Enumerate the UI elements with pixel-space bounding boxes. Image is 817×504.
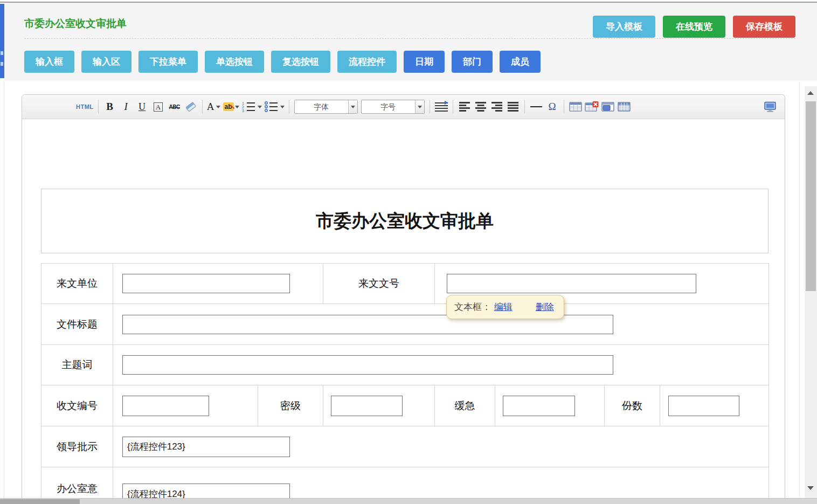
delete-table-icon bbox=[585, 101, 599, 112]
leader-comments-cell bbox=[113, 426, 769, 467]
underline-icon: U bbox=[139, 101, 146, 113]
character-border-button[interactable]: A bbox=[151, 100, 165, 114]
bold-icon: B bbox=[106, 101, 113, 113]
widget-button-radio[interactable]: 单选按钮 bbox=[205, 51, 264, 73]
special-character-button[interactable]: Ω bbox=[545, 100, 559, 114]
dashed-divider bbox=[24, 38, 795, 39]
vertical-scrollbar[interactable] bbox=[805, 86, 817, 499]
unordered-list-icon bbox=[264, 101, 278, 113]
highlight-color-button[interactable]: ab bbox=[223, 100, 239, 114]
toolbar-separator bbox=[524, 100, 525, 114]
ordered-list-icon: 1 2 3 bbox=[241, 101, 255, 113]
italic-button[interactable]: I bbox=[119, 100, 133, 114]
table-row: 主题词 bbox=[41, 345, 769, 385]
font-size-value: 字号 bbox=[362, 100, 415, 113]
align-right-icon bbox=[491, 101, 503, 113]
source-unit-input[interactable] bbox=[122, 274, 290, 293]
align-left-button[interactable] bbox=[458, 100, 472, 114]
app-window: 市委办公室收文审批单 导入模板 在线预览 保存模板 输入框 输入区 下拉菜单 单… bbox=[0, 0, 817, 504]
monitor-icon bbox=[763, 101, 777, 113]
copies-cell bbox=[660, 385, 769, 426]
copies-label: 份数 bbox=[605, 385, 660, 426]
html-source-icon: HTML bbox=[76, 103, 94, 110]
chevron-down-icon bbox=[258, 106, 262, 108]
page-right-border bbox=[799, 81, 800, 499]
font-color-icon: A bbox=[207, 101, 214, 113]
align-right-button[interactable] bbox=[490, 100, 504, 114]
remove-format-button[interactable] bbox=[184, 100, 198, 114]
copies-input[interactable] bbox=[668, 396, 739, 416]
urgency-label: 缓急 bbox=[435, 385, 495, 426]
editor-panel: HTML B I U A ABC bbox=[22, 94, 785, 504]
underline-button[interactable]: U bbox=[135, 100, 149, 114]
toolbar-separator bbox=[453, 100, 453, 114]
table-icon bbox=[569, 101, 582, 112]
import-template-button[interactable]: 导入模板 bbox=[593, 16, 655, 38]
font-size-select[interactable]: 字号 bbox=[361, 100, 425, 114]
online-preview-button[interactable]: 在线预览 bbox=[663, 16, 725, 38]
edit-control-link[interactable]: 编辑 bbox=[494, 301, 513, 313]
save-template-button[interactable]: 保存模板 bbox=[733, 16, 795, 38]
align-center-button[interactable] bbox=[474, 100, 488, 114]
source-docnumber-input[interactable] bbox=[447, 274, 696, 293]
secrecy-level-input[interactable] bbox=[331, 396, 403, 416]
horizontal-scrollbar[interactable] bbox=[0, 498, 817, 504]
widget-button-input-box[interactable]: 输入框 bbox=[24, 51, 74, 73]
font-family-value: 字体 bbox=[295, 100, 348, 113]
delete-table-button[interactable] bbox=[585, 100, 599, 114]
urgency-cell bbox=[495, 385, 605, 426]
widget-button-member[interactable]: 成员 bbox=[500, 51, 541, 73]
bold-button[interactable]: B bbox=[103, 100, 117, 114]
fullscreen-button[interactable] bbox=[763, 100, 777, 114]
page-title: 市委办公室收文审批单 bbox=[24, 17, 127, 31]
strikethrough-button[interactable]: ABC bbox=[168, 100, 182, 114]
unordered-list-button[interactable] bbox=[264, 100, 285, 114]
receipt-number-input[interactable] bbox=[122, 396, 209, 416]
scroll-down-arrow-icon[interactable] bbox=[807, 486, 814, 490]
chevron-down-icon[interactable] bbox=[348, 100, 357, 113]
ordered-list-button[interactable]: 1 2 3 bbox=[241, 100, 262, 114]
receipt-number-cell bbox=[113, 385, 258, 426]
widget-button-date[interactable]: 日期 bbox=[404, 51, 445, 73]
secrecy-level-label: 密级 bbox=[258, 385, 323, 426]
urgency-input[interactable] bbox=[503, 396, 575, 416]
horizontal-rule-button[interactable] bbox=[529, 100, 543, 114]
align-justify-button[interactable] bbox=[506, 100, 520, 114]
chevron-down-icon bbox=[235, 106, 239, 108]
source-code-button[interactable]: HTML bbox=[76, 100, 94, 114]
widget-button-department[interactable]: 部门 bbox=[452, 51, 493, 73]
subject-words-label: 主题词 bbox=[41, 345, 113, 385]
align-center-icon bbox=[475, 101, 487, 113]
merge-cells-button[interactable] bbox=[601, 100, 615, 114]
font-family-select[interactable]: 字体 bbox=[294, 100, 358, 114]
table-row: 收文编号 密级 缓急 份数 bbox=[41, 385, 769, 426]
widget-button-dropdown[interactable]: 下拉菜单 bbox=[139, 51, 198, 73]
table-row: 来文单位 来文文号 bbox=[41, 264, 769, 304]
widget-button-flow-control[interactable]: 流程控件 bbox=[337, 51, 397, 73]
subject-words-cell bbox=[113, 345, 769, 385]
vertical-scrollbar-thumb[interactable] bbox=[806, 101, 816, 291]
italic-icon: I bbox=[124, 101, 127, 113]
subject-words-input[interactable] bbox=[122, 355, 613, 375]
character-border-icon: A bbox=[154, 102, 163, 112]
indent-icon bbox=[434, 101, 448, 113]
secrecy-level-cell bbox=[323, 385, 435, 426]
leader-comments-flow-input[interactable] bbox=[122, 437, 290, 457]
document-title-cell bbox=[113, 304, 769, 345]
indent-button[interactable] bbox=[434, 100, 448, 114]
delete-control-link[interactable]: 删除 bbox=[536, 301, 554, 313]
widget-button-input-area[interactable]: 输入区 bbox=[81, 51, 131, 73]
horizontal-rule-icon bbox=[530, 106, 542, 107]
approval-form-table: 来文单位 来文文号 文件标题 主题词 bbox=[41, 263, 769, 504]
toolbar-separator bbox=[202, 100, 203, 114]
document-title: 市委办公室收文审批单 bbox=[316, 209, 494, 233]
table-properties-button[interactable] bbox=[617, 100, 631, 114]
font-color-button[interactable]: A bbox=[207, 100, 221, 114]
editor-content[interactable]: 市委办公室收文审批单 来文单位 来文文号 bbox=[22, 119, 785, 504]
chevron-down-icon[interactable] bbox=[415, 100, 424, 113]
insert-table-button[interactable] bbox=[569, 100, 583, 114]
horizontal-scrollbar-thumb[interactable] bbox=[0, 499, 80, 504]
widget-button-checkbox[interactable]: 复选按钮 bbox=[271, 51, 330, 73]
scroll-up-arrow-icon[interactable] bbox=[807, 91, 814, 95]
toolbar-separator bbox=[430, 100, 430, 114]
